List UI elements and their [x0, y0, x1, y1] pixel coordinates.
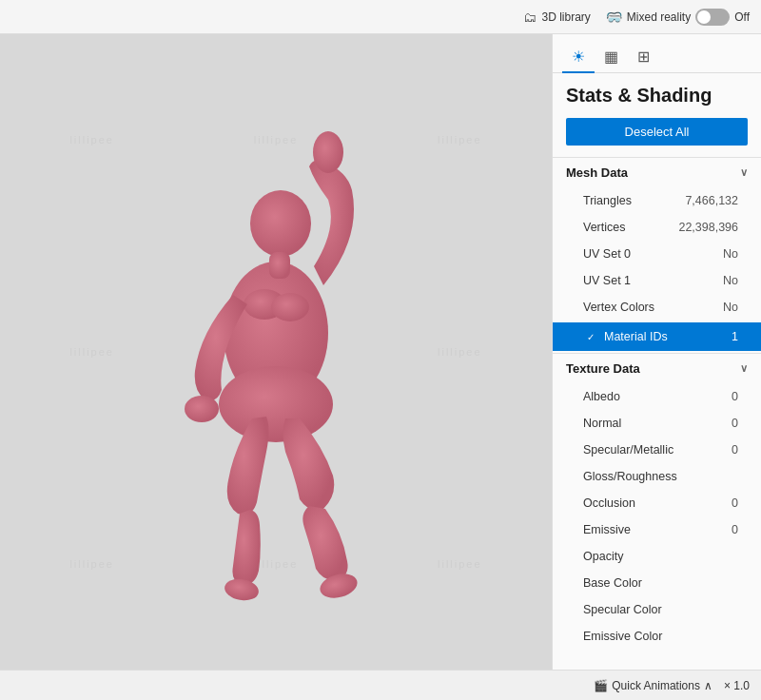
- row-value: 7,466,132: [685, 194, 738, 207]
- mesh-data-label: Mesh Data: [566, 165, 628, 180]
- row-value: 0: [732, 443, 738, 457]
- table-row: UV Set 0 No: [553, 241, 761, 267]
- svg-point-9: [223, 576, 260, 603]
- mesh-data-chevron: ∨: [740, 166, 748, 179]
- row-label: Emissive Color: [583, 630, 662, 643]
- animation-icon: 🎬: [594, 679, 608, 692]
- svg-rect-4: [269, 252, 290, 279]
- table-row: Emissive 0: [553, 516, 761, 543]
- row-label: Specular Color: [583, 603, 662, 616]
- panel-title: Stats & Shading: [553, 73, 761, 114]
- library-label: 3D library: [541, 10, 590, 24]
- svg-point-3: [250, 190, 311, 257]
- multiplier-value: × 1.0: [724, 679, 750, 692]
- row-value: No: [723, 301, 738, 314]
- svg-point-7: [219, 366, 333, 442]
- table-row: Triangles 7,466,132: [553, 187, 761, 214]
- table-row: Specular/Metallic 0: [553, 437, 761, 463]
- quick-animations-item[interactable]: 🎬 Quick Animations ∧: [594, 679, 712, 692]
- row-value: 0: [732, 523, 738, 536]
- row-value: 1: [732, 330, 738, 343]
- row-label: Albedo: [583, 390, 620, 403]
- multiplier-item[interactable]: × 1.0: [724, 679, 750, 692]
- table-row: Albedo 0: [553, 383, 761, 410]
- row-label: UV Set 1: [583, 274, 631, 287]
- top-bar: 🗂 3D library 🥽 Mixed reality Off: [0, 0, 761, 34]
- deselect-all-button[interactable]: Deselect All: [566, 118, 748, 146]
- table-row: UV Set 1 No: [553, 267, 761, 294]
- texture-data-chevron: ∨: [740, 362, 748, 375]
- table-row: Specular Color: [553, 596, 761, 623]
- row-label: Gloss/Roughness: [583, 470, 677, 483]
- row-value: 0: [732, 390, 738, 403]
- table-row: Emissive Color: [553, 623, 761, 650]
- chevron-up-icon: ∧: [704, 679, 712, 692]
- svg-point-5: [313, 131, 343, 173]
- svg-point-6: [185, 396, 219, 422]
- texture-data-label: Texture Data: [566, 361, 640, 376]
- row-value: No: [723, 274, 738, 287]
- mixed-reality-toggle[interactable]: [695, 9, 730, 26]
- main-content: lillipee lillipee lillipee lillipee lill…: [0, 34, 761, 670]
- library-icon: 🗂: [523, 10, 537, 25]
- bottom-bar: 🎬 Quick Animations ∧ × 1.0: [0, 670, 761, 700]
- mesh-data-section-header[interactable]: Mesh Data ∨: [553, 157, 761, 187]
- row-label: UV Set 0: [583, 247, 631, 261]
- panel-tabs: ☀ ▦ ⊞: [553, 34, 761, 73]
- table-row: Opacity: [553, 543, 761, 570]
- row-value: 0: [732, 496, 738, 510]
- library-item[interactable]: 🗂 3D library: [523, 10, 590, 25]
- mixed-reality-label: Mixed reality: [627, 10, 691, 24]
- table-row-highlighted[interactable]: Material IDs 1: [553, 322, 761, 351]
- row-label: Triangles: [583, 194, 632, 207]
- mixed-reality-icon: 🥽: [606, 10, 622, 25]
- row-label: Opacity: [583, 550, 623, 563]
- viewport[interactable]: lillipee lillipee lillipee lillipee lill…: [0, 34, 552, 670]
- tab-chart[interactable]: ▦: [595, 42, 628, 73]
- checkbox-icon[interactable]: [583, 329, 598, 344]
- row-label: Specular/Metallic: [583, 443, 673, 457]
- mixed-reality-item[interactable]: 🥽 Mixed reality Off: [606, 9, 750, 26]
- row-label: Vertex Colors: [583, 301, 654, 314]
- row-value: 22,398,396: [678, 221, 738, 234]
- row-label: Normal: [583, 417, 621, 430]
- tab-grid[interactable]: ⊞: [628, 42, 659, 73]
- row-label: Base Color: [583, 576, 642, 590]
- quick-animations-label: Quick Animations: [612, 679, 700, 692]
- row-label: Emissive: [583, 523, 631, 536]
- svg-point-2: [271, 293, 309, 321]
- tab-sun[interactable]: ☀: [562, 42, 595, 73]
- table-row: Vertices 22,398,396: [553, 214, 761, 241]
- table-row: Base Color: [553, 570, 761, 596]
- row-label: Occlusion: [583, 496, 635, 510]
- row-label: Material IDs: [604, 330, 668, 343]
- 3d-figure: [95, 76, 457, 628]
- texture-data-section-header[interactable]: Texture Data ∨: [553, 353, 761, 383]
- row-value: No: [723, 247, 738, 261]
- table-row: Gloss/Roughness: [553, 463, 761, 490]
- toggle-state: Off: [734, 10, 750, 24]
- table-row: Occlusion 0: [553, 490, 761, 516]
- row-value: 0: [732, 417, 738, 430]
- row-label: Vertices: [583, 221, 625, 234]
- right-panel: ☀ ▦ ⊞ Stats & Shading Deselect All Mesh …: [552, 34, 761, 670]
- table-row: Vertex Colors No: [553, 294, 761, 321]
- table-row: Normal 0: [553, 410, 761, 437]
